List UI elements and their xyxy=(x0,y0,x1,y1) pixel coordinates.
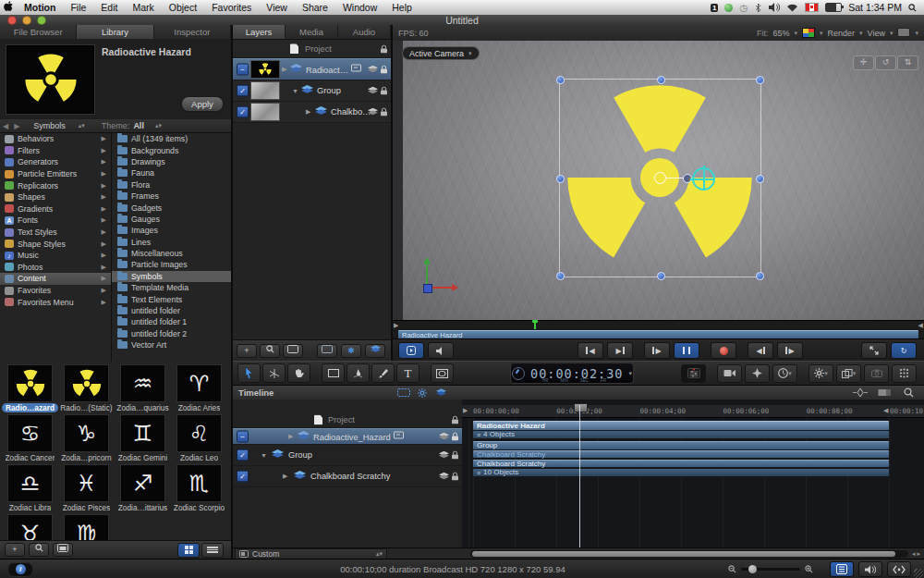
disclosure-icon[interactable]: ▼ xyxy=(261,452,267,459)
folder-flora[interactable]: Flora xyxy=(112,179,231,191)
folder-fauna[interactable]: Fauna xyxy=(112,167,231,178)
tab-audio[interactable]: Audio xyxy=(338,25,391,39)
tab-inspector[interactable]: Inspector xyxy=(154,25,231,39)
visibility-checkbox[interactable]: − xyxy=(237,64,249,76)
battery-icon[interactable] xyxy=(825,3,842,12)
menu-object[interactable]: Object xyxy=(162,2,204,13)
library-item-radio-azard[interactable]: Radio…azard xyxy=(2,363,58,413)
theme-select-caret[interactable]: ▴▾ xyxy=(155,122,162,129)
display-menu-caret[interactable]: ▾ xyxy=(915,30,918,37)
layers-row-group[interactable]: ✓ ▼ Group xyxy=(233,80,391,102)
library-item-zodiac-aries[interactable]: ♈ Zodiac Aries xyxy=(171,363,227,413)
visibility-checkbox[interactable]: ✓ xyxy=(237,449,249,461)
timeline-row-chalkboard[interactable]: ✓ ▶ Chalkboard Scratchy xyxy=(233,466,462,487)
canvas-viewport[interactable]: Active Camera▾ ✛ ↺ ⇅ xyxy=(393,41,924,320)
library-item-radio-static[interactable]: Radio…(Static) xyxy=(58,363,115,413)
library-item-zodiac-cancer[interactable]: ♋ Zodiac Cancer xyxy=(2,413,58,463)
scroll-arrows[interactable]: ◂ ▸ xyxy=(912,550,924,558)
go-to-start-button[interactable]: ◀ xyxy=(578,342,603,359)
visibility-checkbox[interactable]: − xyxy=(237,431,249,443)
previous-frame-button[interactable]: ◀ xyxy=(748,342,773,359)
input-source-icon[interactable]: 1 xyxy=(711,4,718,12)
menu-favorites[interactable]: Favorites xyxy=(204,2,259,13)
menu-mark[interactable]: Mark xyxy=(125,2,161,13)
select-tool[interactable] xyxy=(237,363,261,383)
timecode-display[interactable]: 00:00:02:30 ▾ HRMINSECFR xyxy=(510,363,634,384)
visibility-checkbox[interactable]: ✓ xyxy=(237,85,249,97)
window-resize-grip[interactable] xyxy=(914,569,923,578)
menu-bar-clock[interactable]: Sat 1:34 PM xyxy=(848,2,902,13)
timeline-ruler[interactable]: ▶ ◀ 00:00:00;0000:00:02;0000:00:04;0000:… xyxy=(462,405,924,418)
timeline-horizontal-scrollbar[interactable] xyxy=(470,550,908,558)
menu-share[interactable]: Share xyxy=(295,2,335,13)
tab-media[interactable]: Media xyxy=(286,25,338,39)
zoom-level-value[interactable]: 65% xyxy=(773,29,790,38)
category-select-caret[interactable]: ▴▾ xyxy=(79,122,85,129)
resize-handle[interactable] xyxy=(556,175,565,183)
timeline-gear-icon[interactable] xyxy=(414,387,431,398)
timeline-row-project[interactable]: Project xyxy=(233,412,462,428)
apple-menu-icon[interactable] xyxy=(0,1,17,14)
category-generators[interactable]: Generators ▶ xyxy=(0,156,111,168)
in-point-marker[interactable]: ▶ xyxy=(394,322,398,329)
spotlight-icon[interactable] xyxy=(908,4,917,12)
in-point-marker[interactable]: ▶ xyxy=(463,407,468,414)
folder-images[interactable]: Images xyxy=(112,225,231,236)
volume-icon[interactable] xyxy=(769,3,780,12)
mini-playhead[interactable] xyxy=(534,321,536,329)
folder-template-media[interactable]: Template Media xyxy=(112,282,231,293)
snapshot-camera-icon[interactable] xyxy=(864,364,889,383)
library-item-zodiac-scorpio[interactable]: ♏ Zodiac Scorpio xyxy=(171,463,227,513)
lock-icon[interactable] xyxy=(452,416,458,424)
channels-swatch-icon[interactable] xyxy=(802,28,815,38)
show-monitor-toggle[interactable] xyxy=(317,344,337,358)
gear-icon[interactable]: ✱ xyxy=(341,344,361,358)
lock-icon[interactable] xyxy=(452,473,458,481)
folder-frames[interactable]: Frames xyxy=(112,191,231,202)
folder-gauges[interactable]: Gauges xyxy=(112,214,231,225)
visibility-checkbox[interactable]: ✓ xyxy=(237,471,249,483)
blend-icon[interactable] xyxy=(368,108,378,117)
folder-particle-images[interactable]: Particle Images xyxy=(112,259,231,270)
track-chalkboard-scratchy-3[interactable]: Chalkboard Scratchy xyxy=(473,450,889,458)
library-item-zodiac-pisces[interactable]: ♓ Zodiac Pisces xyxy=(58,463,115,513)
zoom-menu-caret[interactable]: ▾ xyxy=(795,30,798,37)
folder-all-1349-items[interactable]: All (1349 items) xyxy=(112,133,231,144)
folder-vector-art[interactable]: Vector Art xyxy=(112,339,231,350)
display-icon[interactable] xyxy=(897,28,910,39)
particles-icon[interactable] xyxy=(892,364,917,383)
next-frame-button[interactable]: ▶ xyxy=(777,342,803,359)
out-point-marker[interactable]: ◀ xyxy=(883,407,888,414)
preview-toggle-button[interactable] xyxy=(53,543,73,557)
render-menu[interactable]: Render xyxy=(828,29,856,38)
folder-text-elements[interactable]: Text Elements xyxy=(112,293,231,304)
disclosure-icon[interactable]: ▶ xyxy=(283,473,287,480)
layers-row-radioactive[interactable]: − ▶ Radioact… xyxy=(233,58,391,80)
fullscreen-icon[interactable] xyxy=(861,342,887,359)
language-flag-icon[interactable] xyxy=(805,3,819,12)
disclosure-icon[interactable]: ▶ xyxy=(282,66,286,73)
folder-untitled-folder-2[interactable]: untitled folder 2 xyxy=(112,328,231,339)
disclosure-icon[interactable]: ▶ xyxy=(306,108,310,116)
filters-gear-icon[interactable]: ▾ xyxy=(808,364,833,383)
anchor-point-handle[interactable] xyxy=(654,172,666,184)
folder-symbols[interactable]: Symbols xyxy=(112,271,231,282)
theme-select[interactable]: All xyxy=(133,121,144,130)
menu-edit[interactable]: Edit xyxy=(93,2,125,13)
icon-view-button[interactable] xyxy=(177,543,200,558)
blend-icon[interactable] xyxy=(368,66,378,74)
category-photos[interactable]: Photos ▶ xyxy=(0,262,111,274)
search-button[interactable] xyxy=(29,543,49,557)
timeline-track-display-icon[interactable] xyxy=(395,387,412,398)
disclosure-icon[interactable]: ▶ xyxy=(288,433,293,440)
zoom-out-icon[interactable] xyxy=(728,565,736,573)
back-icon[interactable]: ◀ xyxy=(0,122,11,130)
play-range-toggle[interactable] xyxy=(398,342,424,359)
crosshair-target-icon[interactable] xyxy=(692,167,715,191)
blend-icon[interactable] xyxy=(439,451,449,460)
dolly-view-tool[interactable]: ⇅ xyxy=(897,55,918,70)
category-shape-styles[interactable]: Shape Styles ▶ xyxy=(0,238,111,250)
track-chalkboard-scratchy-4[interactable]: Chalkboard Scratchy xyxy=(473,460,889,467)
list-view-button[interactable] xyxy=(201,543,224,558)
lock-icon[interactable] xyxy=(381,66,387,74)
